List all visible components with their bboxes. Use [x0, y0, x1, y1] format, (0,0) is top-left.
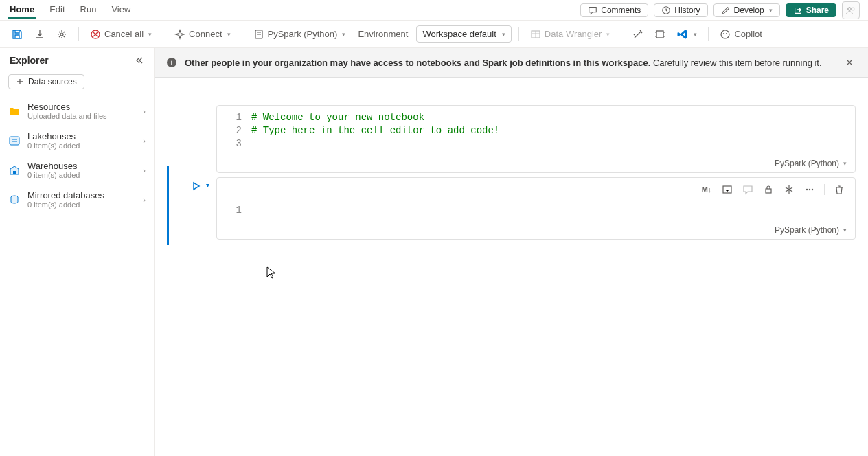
close-icon [845, 58, 854, 67]
svg-point-2 [852, 8, 854, 10]
divider [163, 27, 163, 41]
menu-tab-view[interactable]: View [110, 1, 132, 19]
divider [708, 27, 709, 41]
vscode-icon [676, 28, 689, 41]
save-button[interactable] [7, 25, 27, 43]
spark-icon [174, 29, 185, 40]
chevron-down-icon: ▾ [769, 7, 773, 14]
sidebar-item-subtitle: 0 item(s) added [27, 141, 136, 150]
close-banner-button[interactable] [842, 55, 857, 70]
kernel-button[interactable]: PySpark (Python) ▾ [249, 26, 350, 43]
lock-icon [763, 184, 774, 195]
sidebar-item-mirrored[interactable]: Mirrored databases 0 item(s) added › [0, 185, 154, 214]
code-editor[interactable]: 1 [217, 198, 855, 223]
wand-icon [632, 29, 643, 40]
run-cell-button[interactable] [191, 181, 201, 191]
code-cell: ▾ M↓ 1 [167, 177, 856, 240]
warehouse-icon [8, 164, 21, 176]
markdown-label: M↓ [702, 185, 712, 194]
mirror-db-icon [8, 194, 21, 206]
sidebar-item-title: Lakehouses [27, 131, 136, 141]
code-text [251, 204, 855, 217]
sidebar-item-resources[interactable]: Resources Uploaded data and files › [0, 96, 154, 126]
more-cell-button[interactable] [802, 182, 817, 197]
data-sources-label: Data sources [28, 77, 77, 87]
comment-icon [588, 5, 597, 15]
cell-language[interactable]: PySpark (Python) [775, 225, 839, 235]
workspace-value: Workspace default [422, 29, 496, 39]
copilot-label: Copilot [734, 29, 762, 39]
chevron-right-icon: › [143, 107, 146, 115]
line-numbers: 123 [217, 111, 251, 150]
code-line [251, 137, 855, 150]
run-options-button[interactable]: ▾ [206, 181, 209, 189]
markdown-toggle-button[interactable]: M↓ [699, 182, 714, 197]
collapse-sidebar-button[interactable] [135, 56, 144, 65]
sidebar-item-text: Lakehouses 0 item(s) added [27, 131, 136, 150]
sidebar-item-text: Resources Uploaded data and files [27, 102, 136, 120]
workspace-select[interactable]: Workspace default ▾ [416, 25, 511, 43]
history-button[interactable]: History [654, 3, 707, 17]
sidebar-item-warehouses[interactable]: Warehouses 0 item(s) added › [0, 155, 154, 185]
sidebar-item-subtitle: 0 item(s) added [27, 201, 136, 209]
menu-tab-home[interactable]: Home [8, 1, 36, 19]
info-icon: i [165, 56, 178, 69]
chevron-down-icon: ▾ [694, 31, 697, 38]
copilot-icon [720, 29, 731, 40]
chevron-right-icon: › [143, 166, 146, 174]
info-banner: i Other people in your organization may … [155, 48, 868, 78]
sidebar-item-text: Warehouses 0 item(s) added [27, 161, 136, 179]
cell-block[interactable]: M↓ 1 [216, 177, 856, 240]
connect-button[interactable]: Connect ▾ [170, 26, 234, 43]
chevron-down-icon: ▾ [843, 160, 847, 167]
delete-cell-button[interactable] [832, 182, 847, 197]
svg-point-9 [723, 33, 724, 34]
info-text: Other people in your organization may ha… [185, 58, 842, 68]
sidebar-item-title: Resources [27, 102, 136, 112]
chevron-down-icon: ▾ [227, 31, 231, 38]
freeze-cell-button[interactable] [781, 182, 797, 197]
sidebar-item-lakehouses[interactable]: Lakehouses 0 item(s) added › [0, 126, 154, 155]
code-editor[interactable]: 123 # Welcome to your new notebook # Typ… [217, 106, 855, 156]
lock-cell-button[interactable] [761, 182, 776, 197]
cancel-all-button[interactable]: Cancel all ▾ [86, 26, 156, 43]
download-button[interactable] [30, 26, 49, 43]
toolbar: Cancel all ▾ Connect ▾ PySpark (Python) … [0, 21, 868, 48]
chevron-down-icon: ▾ [606, 31, 610, 38]
info-rest: Carefully review this item before runnin… [650, 58, 821, 68]
share-icon [793, 5, 803, 15]
download-icon [34, 29, 45, 40]
chevron-down-icon: ▾ [843, 227, 847, 233]
notebook-icon [253, 29, 264, 40]
freeze-button[interactable] [650, 26, 670, 43]
data-wrangler-button[interactable]: Data Wrangler ▾ [526, 26, 615, 43]
cell-gutter: ▾ [167, 177, 216, 240]
separator [824, 184, 825, 195]
vscode-button[interactable]: ▾ [672, 25, 701, 43]
code-text: # Welcome to your new notebook # Type he… [251, 111, 855, 150]
code-line: # Type here in the cell editor to add co… [251, 124, 855, 137]
code-line: # Welcome to your new notebook [251, 111, 855, 124]
history-icon [661, 5, 671, 15]
variables-button[interactable] [628, 26, 648, 43]
cell-block[interactable]: 123 # Welcome to your new notebook # Typ… [216, 105, 856, 173]
toggle-output-button[interactable] [720, 182, 735, 197]
collaborators-button[interactable] [842, 1, 860, 19]
settings-button[interactable] [52, 26, 71, 43]
svg-point-19 [809, 189, 810, 190]
menu-tab-edit[interactable]: Edit [48, 1, 66, 19]
develop-button[interactable]: Develop ▾ [713, 3, 780, 17]
comment-icon [742, 184, 753, 195]
line-numbers: 1 [217, 204, 251, 217]
copilot-button[interactable]: Copilot [716, 26, 766, 43]
explorer-header: Explorer [0, 48, 154, 70]
menu-tab-run[interactable]: Run [79, 1, 98, 19]
environment-label: Environment [352, 26, 413, 42]
comment-cell-button[interactable] [740, 182, 755, 197]
svg-point-8 [721, 30, 729, 38]
data-sources-button[interactable]: Data sources [8, 74, 84, 89]
gear-icon [56, 29, 67, 40]
share-button[interactable]: Share [786, 3, 836, 17]
comments-button[interactable]: Comments [580, 3, 648, 17]
cell-language[interactable]: PySpark (Python) [775, 159, 839, 168]
